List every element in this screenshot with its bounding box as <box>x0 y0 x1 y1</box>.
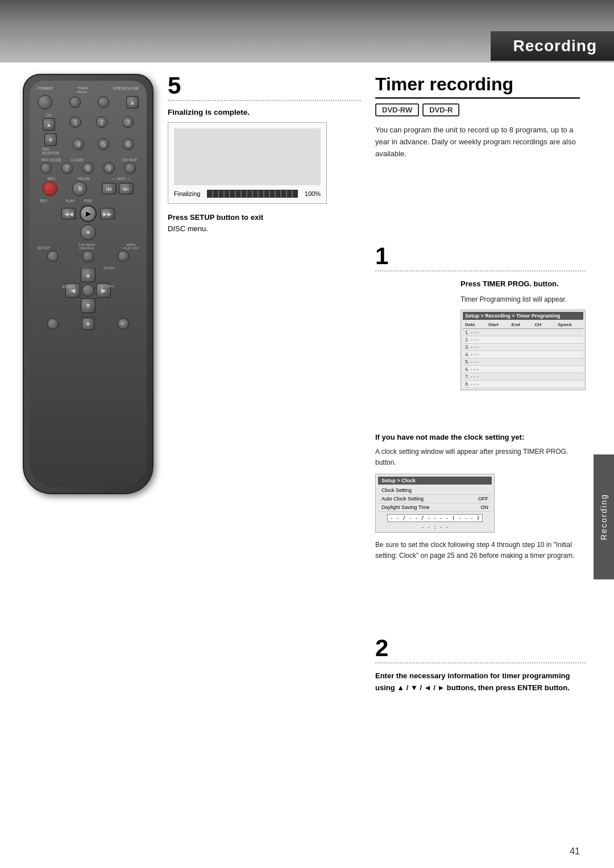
clock-box-header: Setup > Clock <box>378 477 492 485</box>
top-menu-button[interactable] <box>82 251 94 262</box>
num3-button[interactable]: 3 <box>122 116 134 128</box>
press-setup-text: Press SETUP button to exit DISC menu. <box>168 212 361 234</box>
side-tab-label: Recording <box>599 494 608 540</box>
auto-clock-label: Auto Clock Setting <box>381 496 424 502</box>
timer-appear-desc: Timer Programming list will appear. <box>460 294 586 305</box>
if-no-clock-title: If you have not made the clock setting y… <box>375 432 586 443</box>
auto-clock-value: OFF <box>478 496 488 502</box>
timer-section: Timer recording DVD-RW DVD-R You can pro… <box>375 74 580 171</box>
clock-time-value: - - : - - <box>421 524 449 530</box>
daylight-value: ON <box>481 504 489 510</box>
playback-labels: REV PLAY FWD <box>35 199 141 203</box>
fwd-button[interactable]: ▶▶ <box>100 208 115 219</box>
timer-row-2: 2. - - - <box>463 336 583 344</box>
finalizing-screen <box>174 128 321 185</box>
remote-control-area: POWER TIMERPROG. OPEN/CLOSE ▲ CH ▲ 1 2 3 <box>23 74 165 506</box>
step2-area: 2 Enter the necessary information for ti… <box>375 636 586 694</box>
timer-table-title: Setup > Recording > Timer Programing <box>465 313 560 319</box>
num2-button[interactable]: 2 <box>96 116 107 128</box>
row4: 4. - - - <box>465 352 479 357</box>
recording-tab: Recording <box>491 31 614 61</box>
clear-label: CLEAR <box>71 158 84 162</box>
num4-button[interactable]: 4 <box>73 139 84 150</box>
row8: 8. - - - <box>465 381 479 387</box>
power-label: POWER <box>38 86 52 94</box>
rec-pause-labels: REC PAUSE — SKIP — <box>35 177 141 181</box>
ch-down-button[interactable]: ▼ <box>44 133 57 146</box>
finalizing-percent: 100% <box>305 190 321 197</box>
step1-number: 1 <box>375 244 586 268</box>
clock-note: Be sure to set the clock following step … <box>375 540 586 561</box>
row7: 7. - - - <box>465 374 479 379</box>
pause-label: PAUSE <box>77 177 90 181</box>
finalizing-bar-row: Finalizing 100% <box>174 190 321 198</box>
finalizing-progress-bar <box>207 190 298 198</box>
clock-setting-label: Clock Setting <box>381 487 412 493</box>
timer-prog-button[interactable] <box>98 97 109 108</box>
step5-number: 5 <box>168 74 361 98</box>
rec-mode-label: REC MODE <box>39 158 63 162</box>
row5: 5. - - - <box>465 359 479 365</box>
nav-up-button[interactable]: ▲ <box>81 268 96 282</box>
skip-back-button[interactable]: ⏮ <box>102 183 117 194</box>
clock-row-dst: Daylight Saving Time ON <box>378 503 492 512</box>
daylight-label: Daylight Saving Time <box>381 504 430 510</box>
setup-button[interactable] <box>47 251 59 262</box>
clock-row-setting: Clock Setting <box>378 486 492 495</box>
clock-section: If you have not made the clock setting y… <box>375 432 586 561</box>
col-ch: CH <box>534 322 558 327</box>
num6-button[interactable]: 6 <box>123 139 134 150</box>
dvd-rw-badge: DVD-RW <box>375 103 419 116</box>
page-number: 41 <box>570 846 580 857</box>
timer-row-7: 7. - - - <box>463 373 583 381</box>
row6: 6. - - - <box>465 366 479 372</box>
timer-row-3: 3. - - - <box>463 344 583 351</box>
num7-button[interactable]: 7 <box>61 162 73 174</box>
press-setup-normal: DISC menu. <box>168 224 208 233</box>
zoom-button[interactable] <box>47 318 59 329</box>
row2: 2. - - - <box>465 337 479 343</box>
pause-button[interactable]: ⏸ <box>72 181 87 196</box>
rec-label: REC <box>48 177 56 181</box>
clock-date-input: - - / - - / - - - - ( - - - ) <box>378 512 492 524</box>
stop-button[interactable]: ■ <box>80 224 96 240</box>
num1-button[interactable]: 1 <box>70 116 81 128</box>
finalizing-label: Finalizing is complete. <box>168 108 361 116</box>
return-button[interactable]: ↵ <box>118 318 129 329</box>
skip-fwd-button[interactable]: ⏭ <box>119 183 134 194</box>
dvd-badges: DVD-RW DVD-R <box>375 103 580 116</box>
fwd-label: FWD <box>84 199 93 203</box>
rev-button[interactable]: ◀◀ <box>61 208 76 219</box>
num5-button[interactable]: 5 <box>98 139 109 150</box>
ch-up-button[interactable]: ▲ <box>43 118 55 131</box>
menu-button[interactable] <box>118 251 129 262</box>
finalizing-box: Finalizing 100% <box>168 122 327 204</box>
step1-divider <box>375 270 586 272</box>
num8-button[interactable]: 8 <box>82 162 94 174</box>
timer-title: Timer recording <box>375 74 580 95</box>
open-close-button[interactable]: ▲ <box>126 96 139 108</box>
cm-skip-button[interactable] <box>125 162 136 174</box>
num9-button[interactable]: 9 <box>103 162 115 174</box>
rec-button[interactable] <box>43 181 57 196</box>
row3: 3. - - - <box>465 344 479 350</box>
rec-mode-button[interactable] <box>40 162 52 174</box>
side-recording-tab: Recording <box>594 454 614 579</box>
nav-down-button[interactable]: ▼ <box>81 298 96 313</box>
col-start: Start <box>488 322 512 327</box>
remote-row-nav1: CH ▲ 1 2 3 <box>35 113 141 131</box>
power-button[interactable] <box>38 95 52 110</box>
nav-down-extra-button[interactable]: ▼ <box>82 318 94 330</box>
step2-number: 2 <box>375 636 586 660</box>
timer-description: You can program the unit to record up to… <box>375 124 580 160</box>
playback-row: ◀◀ ▶ ▶▶ <box>35 205 141 222</box>
display-button[interactable] <box>69 97 81 108</box>
press-setup-bold: Press SETUP button to exit <box>168 213 263 222</box>
stop-row: ■ <box>35 224 141 240</box>
step2-instruction: Enter the necessary information for time… <box>375 670 586 694</box>
press-timer-instruction: Press TIMER PROG. button. <box>460 278 586 290</box>
play-button[interactable]: ▶ <box>80 205 97 222</box>
remote-row-num789: 7 8 9 <box>35 162 141 174</box>
nav-center-button[interactable] <box>82 284 94 297</box>
rev-label: REV <box>40 199 47 203</box>
